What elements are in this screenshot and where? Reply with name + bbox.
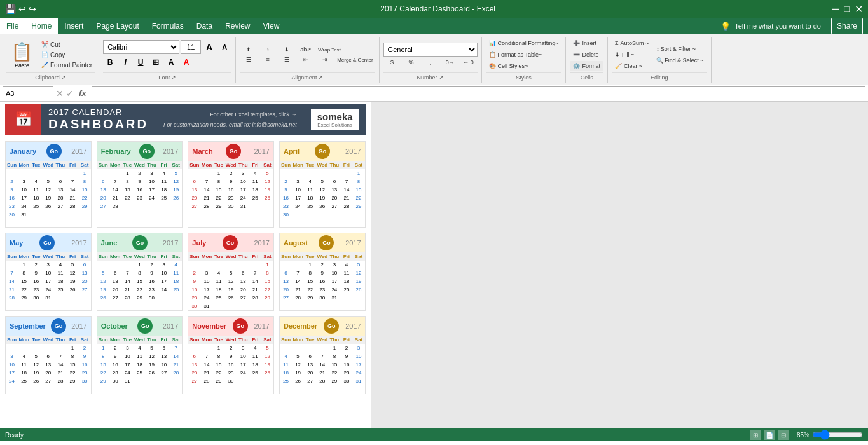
day-cell[interactable]: 22: [212, 194, 224, 202]
day-cell[interactable]: 15: [212, 186, 224, 194]
day-cell[interactable]: 13: [188, 360, 200, 369]
share-button[interactable]: Share: [831, 18, 863, 34]
day-cell[interactable]: 7: [200, 177, 212, 186]
day-cell[interactable]: 14: [200, 360, 212, 369]
day-cell[interactable]: 23: [225, 194, 237, 202]
day-cell[interactable]: 3: [237, 344, 249, 352]
align-bottom-button[interactable]: ⬇: [278, 45, 296, 54]
align-center-button[interactable]: ≡: [259, 55, 277, 64]
day-cell[interactable]: 28: [6, 294, 18, 302]
day-cell[interactable]: 5: [261, 169, 273, 177]
day-cell[interactable]: 26: [225, 294, 237, 302]
day-cell[interactable]: 9: [30, 269, 42, 277]
day-cell[interactable]: 11: [249, 352, 261, 360]
day-cell[interactable]: 27: [54, 202, 66, 210]
day-cell[interactable]: 14: [170, 352, 182, 360]
day-cell[interactable]: 15: [328, 360, 340, 369]
day-cell[interactable]: 17: [158, 277, 170, 285]
day-cell[interactable]: 12: [97, 277, 109, 285]
font-name-select[interactable]: Calibri: [103, 40, 179, 54]
day-cell[interactable]: 7: [170, 344, 182, 352]
day-cell[interactable]: 29: [18, 294, 30, 302]
day-cell[interactable]: 4: [158, 169, 170, 177]
day-cell[interactable]: 14: [6, 277, 18, 285]
align-middle-button[interactable]: ↕: [259, 45, 277, 54]
day-cell[interactable]: 29: [328, 377, 340, 385]
font-size-decrease-button[interactable]: A: [217, 40, 231, 54]
day-cell[interactable]: 20: [237, 285, 249, 294]
day-cell[interactable]: 14: [109, 186, 121, 194]
day-cell[interactable]: 24: [158, 285, 170, 294]
day-cell[interactable]: 19: [261, 186, 273, 194]
tell-me-input[interactable]: Tell me what you want to do: [734, 22, 821, 30]
day-cell[interactable]: 23: [316, 285, 328, 294]
day-cell[interactable]: 5: [225, 269, 237, 277]
paste-button[interactable]: 📋 Paste: [6, 39, 38, 71]
day-cell[interactable]: 6: [237, 269, 249, 277]
day-cell[interactable]: 30: [109, 377, 121, 385]
decrease-indent-button[interactable]: ⇤: [297, 55, 315, 64]
day-cell[interactable]: 25: [212, 294, 224, 302]
day-cell[interactable]: 21: [200, 194, 212, 202]
day-cell[interactable]: 8: [66, 352, 78, 360]
day-cell[interactable]: 30: [316, 294, 328, 302]
day-cell[interactable]: 29: [134, 294, 146, 302]
menu-view[interactable]: View: [257, 18, 286, 34]
day-cell[interactable]: 23: [340, 369, 352, 377]
day-cell[interactable]: 30: [146, 294, 158, 302]
day-cell[interactable]: 17: [18, 194, 30, 202]
day-cell[interactable]: 9: [79, 352, 91, 360]
day-cell[interactable]: 25: [30, 202, 42, 210]
day-cell[interactable]: 2: [79, 344, 91, 352]
day-cell[interactable]: 4: [170, 261, 182, 269]
day-cell[interactable]: 8: [79, 177, 91, 186]
day-cell[interactable]: 31: [121, 377, 134, 385]
day-cell[interactable]: 10: [121, 352, 134, 360]
day-cell[interactable]: 4: [212, 269, 224, 277]
day-cell[interactable]: 31: [328, 294, 340, 302]
day-cell[interactable]: 20: [79, 277, 91, 285]
go-button-april[interactable]: Go: [315, 144, 330, 159]
day-cell[interactable]: 27: [237, 294, 249, 302]
day-cell[interactable]: 22: [121, 194, 134, 202]
zoom-slider[interactable]: [812, 431, 863, 439]
day-cell[interactable]: 12: [261, 352, 273, 360]
day-cell[interactable]: 3: [158, 261, 170, 269]
menu-page-layout[interactable]: Page Layout: [90, 18, 145, 34]
font-expand-icon[interactable]: ↗: [171, 74, 176, 81]
day-cell[interactable]: 6: [79, 261, 91, 269]
go-button-september[interactable]: Go: [51, 318, 66, 334]
bold-button[interactable]: B: [103, 55, 117, 69]
day-cell[interactable]: 1: [328, 344, 340, 352]
day-cell[interactable]: 1: [18, 261, 30, 269]
go-button-october[interactable]: Go: [137, 318, 153, 334]
day-cell[interactable]: 11: [170, 269, 182, 277]
day-cell[interactable]: 26: [97, 294, 109, 302]
insert-button[interactable]: ➕ Insert: [570, 38, 603, 48]
day-cell[interactable]: 16: [340, 360, 352, 369]
day-cell[interactable]: 19: [225, 285, 237, 294]
day-cell[interactable]: 26: [261, 369, 273, 377]
day-cell[interactable]: 3: [6, 352, 18, 360]
day-cell[interactable]: 23: [79, 369, 91, 377]
day-cell[interactable]: 25: [304, 202, 316, 210]
day-cell[interactable]: 13: [97, 186, 109, 194]
day-cell[interactable]: 7: [54, 352, 66, 360]
day-cell[interactable]: 7: [316, 352, 328, 360]
name-box[interactable]: [3, 86, 53, 100]
normal-view-button[interactable]: ⊞: [750, 430, 761, 440]
day-cell[interactable]: 10: [292, 186, 304, 194]
day-cell[interactable]: 15: [66, 360, 78, 369]
day-cell[interactable]: 23: [146, 285, 158, 294]
day-cell[interactable]: 28: [121, 294, 134, 302]
day-cell[interactable]: 22: [79, 194, 91, 202]
day-cell[interactable]: 7: [340, 177, 352, 186]
format-button[interactable]: ⚙️ Format: [570, 61, 603, 71]
day-cell[interactable]: 13: [237, 277, 249, 285]
day-cell[interactable]: 6: [109, 269, 121, 277]
day-cell[interactable]: 27: [328, 202, 340, 210]
day-cell[interactable]: 8: [353, 177, 365, 186]
minimize-btn[interactable]: ─: [832, 3, 839, 15]
day-cell[interactable]: 8: [18, 269, 30, 277]
day-cell[interactable]: 4: [280, 352, 292, 360]
